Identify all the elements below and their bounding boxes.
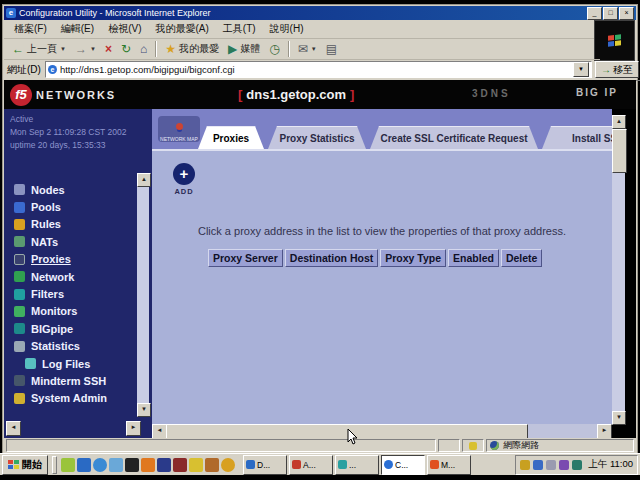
minimize-button[interactable]: _ [587, 7, 602, 20]
quicklaunch-icon-7[interactable] [157, 458, 171, 472]
task-button-4-active[interactable]: C... [381, 455, 425, 475]
menu-view[interactable]: 檢視(V) [102, 21, 147, 37]
taskbar-grip[interactable] [52, 456, 57, 474]
go-button[interactable]: → 移至 [595, 61, 639, 78]
sidebar-item-network[interactable]: Network [14, 268, 134, 285]
scroll-left-icon[interactable]: ◄ [152, 424, 167, 438]
menu-favorites[interactable]: 我的最愛(A) [149, 21, 214, 37]
address-dropdown-icon[interactable]: ▼ [573, 62, 589, 77]
forward-dropdown-icon[interactable]: ▼ [90, 46, 96, 52]
tab-proxy-statistics[interactable]: Proxy Statistics [268, 126, 366, 149]
sidebar-item-monitors[interactable]: Monitors [14, 303, 134, 320]
tab-proxies[interactable]: Proxies [198, 126, 264, 149]
scroll-up-icon[interactable]: ▲ [612, 115, 626, 129]
product-3dns[interactable]: 3DNS [472, 88, 511, 99]
scroll-right-icon[interactable]: ► [597, 424, 612, 438]
scroll-down-icon[interactable]: ▼ [612, 411, 626, 425]
network-map-icon [176, 123, 183, 130]
vertical-scrollbar[interactable]: ▲ ▼ [612, 115, 625, 425]
mail-button[interactable]: ✉ ▼ [294, 42, 321, 56]
sidebar-item-proxies[interactable]: Proxies [14, 251, 134, 268]
task-button-5[interactable]: M... [427, 455, 471, 475]
add-plus-icon[interactable]: + [173, 163, 195, 185]
horizontal-scrollbar[interactable]: ◄ ► [152, 424, 612, 438]
sidebar-item-statistics[interactable]: Statistics [14, 338, 134, 355]
page-icon: e [48, 65, 57, 74]
media-button[interactable]: ▶ 媒體 [224, 41, 264, 57]
col-delete[interactable]: Delete [501, 249, 543, 267]
scroll-left-icon[interactable]: ◄ [6, 421, 21, 436]
col-enabled[interactable]: Enabled [448, 249, 499, 267]
refresh-button[interactable]: ↻ [117, 42, 135, 56]
product-bigip[interactable]: BIG IP [576, 87, 618, 98]
sidebar-item-pools[interactable]: Pools [14, 198, 134, 215]
tray-icon-1[interactable] [520, 460, 530, 470]
col-destination-host[interactable]: Destination Host [285, 249, 378, 267]
quicklaunch-icon-1[interactable] [61, 458, 75, 472]
scroll-right-icon[interactable]: ► [126, 421, 141, 436]
taskbar: 開始 D... A... ... C... M... [0, 453, 640, 475]
sidebar-item-mindterm-ssh[interactable]: Mindterm SSH [14, 372, 134, 389]
quicklaunch-icon-6[interactable] [141, 458, 155, 472]
print-button[interactable]: ▤ [322, 42, 341, 56]
sidebar-nav: Nodes Pools Rules NATs Proxies Network F… [14, 181, 134, 407]
tray-icon-5[interactable] [572, 460, 582, 470]
quicklaunch-icon-9[interactable] [189, 458, 203, 472]
quicklaunch-icon-2[interactable] [77, 458, 91, 472]
favorites-button[interactable]: ★ 我的最愛 [161, 41, 223, 57]
history-button[interactable]: ◷ [265, 42, 283, 56]
mail-dropdown-icon[interactable]: ▼ [311, 46, 317, 52]
tab-strip: NETWORK MAP Proxies Proxy Statistics Cre… [152, 109, 612, 151]
forward-button[interactable]: → ▼ [71, 42, 100, 56]
quicklaunch-icon-5[interactable] [125, 458, 139, 472]
close-button[interactable]: × [619, 7, 634, 20]
tray-icon-4[interactable] [559, 460, 569, 470]
certificate-icon [469, 442, 477, 450]
sidebar-item-nodes[interactable]: Nodes [14, 181, 134, 198]
sidebar-item-bigpipe[interactable]: BIGpipe [14, 320, 134, 337]
task-button-1[interactable]: D... [243, 455, 287, 475]
menu-file[interactable]: 檔案(F) [8, 21, 53, 37]
tab-create-ssl-certificate-request[interactable]: Create SSL Certificate Request [370, 126, 538, 149]
task-button-3[interactable]: ... [335, 455, 379, 475]
sidebar-item-rules[interactable]: Rules [14, 216, 134, 233]
menu-help[interactable]: 說明(H) [264, 21, 310, 37]
quicklaunch-icon-3[interactable] [93, 458, 107, 472]
back-button[interactable]: ← 上一頁 ▼ [8, 41, 70, 57]
quicklaunch-icon-4[interactable] [109, 458, 123, 472]
sidebar-scrollbar[interactable]: ▲ ▼ [137, 173, 149, 417]
scroll-up-icon[interactable]: ▲ [137, 173, 151, 187]
browser-toolbar: ← 上一頁 ▼ → ▼ × ↻ ⌂ ★ 我的最愛 ▶ [4, 38, 600, 60]
taskbar-clock: 上午 11:00 [585, 458, 633, 471]
back-icon: ← [12, 43, 24, 55]
quicklaunch-icon-8[interactable] [173, 458, 187, 472]
add-button[interactable]: + ADD [170, 163, 198, 196]
tray-icon-3[interactable] [546, 460, 556, 470]
menu-tools[interactable]: 工具(T) [217, 21, 262, 37]
task-button-2[interactable]: A... [289, 455, 333, 475]
scroll-down-icon[interactable]: ▼ [137, 403, 151, 417]
col-proxy-server[interactable]: Proxy Server [208, 249, 283, 267]
home-button[interactable]: ⌂ [136, 42, 151, 56]
menu-edit[interactable]: 編輯(E) [55, 21, 100, 37]
stop-button[interactable]: × [101, 42, 116, 56]
ie-window: e Configuration Utility - Microsoft Inte… [2, 4, 638, 455]
sidebar-item-filters[interactable]: Filters [14, 285, 134, 302]
quicklaunch-icon-11[interactable] [221, 458, 235, 472]
start-button[interactable]: 開始 [2, 455, 48, 475]
task-icon [338, 460, 347, 469]
sidebar-item-system-admin[interactable]: System Admin [14, 390, 134, 407]
maximize-button[interactable]: □ [603, 7, 618, 20]
address-label: 網址(D) [7, 63, 41, 77]
tray-icon-2[interactable] [533, 460, 543, 470]
col-proxy-type[interactable]: Proxy Type [380, 249, 446, 267]
sidebar-item-log-files[interactable]: Log Files [14, 355, 134, 372]
vertical-scroll-thumb[interactable] [612, 129, 627, 173]
sidebar-item-nats[interactable]: NATs [14, 233, 134, 250]
network-map-button[interactable]: NETWORK MAP [158, 116, 200, 142]
address-url[interactable]: http://dns1.getop.com/bigipgui/bigconf.c… [60, 64, 570, 75]
tab-install-ssl-certificate[interactable]: Install SSL Certif [542, 126, 612, 149]
quicklaunch-icon-10[interactable] [205, 458, 219, 472]
address-input[interactable]: e http://dns1.getop.com/bigipgui/bigconf… [45, 61, 592, 78]
back-dropdown-icon[interactable]: ▼ [60, 46, 66, 52]
